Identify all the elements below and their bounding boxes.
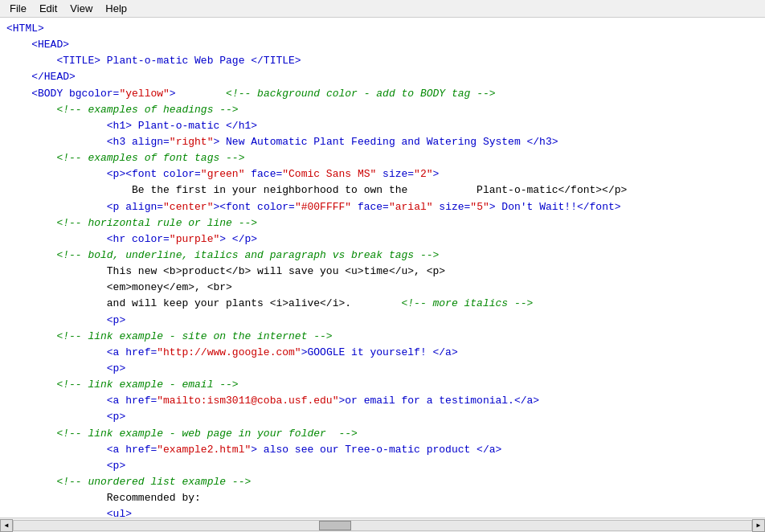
menu-help[interactable]: Help xyxy=(99,1,133,16)
code-line: <p> xyxy=(6,458,759,474)
code-line: <a href="mailto:ism3011@coba.usf.edu">or… xyxy=(6,393,759,409)
scroll-right-btn[interactable]: ▶ xyxy=(752,519,765,532)
code-line: <p> xyxy=(6,313,759,329)
code-line: <!-- examples of headings --> xyxy=(6,102,759,118)
code-line: Recommended by: xyxy=(6,490,759,506)
menubar: File Edit View Help xyxy=(0,0,765,18)
menu-file[interactable]: File xyxy=(3,1,33,16)
code-line: <!-- horizontal rule or line --> xyxy=(6,215,759,231)
code-line: <h1> Plant-o-matic </h1> xyxy=(6,118,759,134)
horizontal-scrollbar[interactable]: ◀ ▶ xyxy=(0,518,765,532)
code-line: <HEAD> xyxy=(6,37,759,53)
code-line: <!-- link example - web page in your fol… xyxy=(6,426,759,442)
code-line: <BODY bgcolor="yellow"> <!-- background … xyxy=(6,86,759,102)
code-line: and will keep your plants <i>alive</i>. … xyxy=(6,296,759,312)
code-line: <a href="example2.html"> also see our Tr… xyxy=(6,442,759,458)
code-line: <hr color="purple"> </p> xyxy=(6,231,759,248)
code-line: <h3 align="right"> New Automatic Plant F… xyxy=(6,134,759,150)
code-line: <!-- bold, underline, italics and paragr… xyxy=(6,248,759,264)
code-line: <em>money</em>, <br> xyxy=(6,280,759,296)
code-line: <ul> xyxy=(6,506,759,518)
code-line: <p> xyxy=(6,361,759,377)
code-line: <TITLE> Plant-o-matic Web Page </TITLE> xyxy=(6,53,759,69)
code-line: <!-- link example - site on the internet… xyxy=(6,329,759,345)
scrollbar-thumb[interactable] xyxy=(319,521,351,530)
code-line: <HTML> xyxy=(6,21,759,37)
code-line: <p> xyxy=(6,409,759,425)
code-line: <p align="center"><font color="#00FFFF" … xyxy=(6,199,759,215)
scrollbar-track[interactable] xyxy=(13,520,752,531)
code-line: <a href="http://www.google.com">GOOGLE i… xyxy=(6,345,759,361)
code-line: </HEAD> xyxy=(6,69,759,85)
menu-edit[interactable]: Edit xyxy=(33,1,63,16)
code-line: <!-- link example - email --> xyxy=(6,377,759,393)
code-line: Be the first in your neighborhood to own… xyxy=(6,182,759,198)
menu-view[interactable]: View xyxy=(63,1,99,16)
code-line: <!-- examples of font tags --> xyxy=(6,150,759,166)
scroll-left-btn[interactable]: ◀ xyxy=(0,519,13,532)
code-editor[interactable]: <HTML> <HEAD> <TITLE> Plant-o-matic Web … xyxy=(0,18,765,518)
code-line: This new <b>product</b> will save you <u… xyxy=(6,264,759,280)
code-line: <!-- unordered list example --> xyxy=(6,474,759,490)
code-line: <p><font color="green" face="Comic Sans … xyxy=(6,166,759,182)
